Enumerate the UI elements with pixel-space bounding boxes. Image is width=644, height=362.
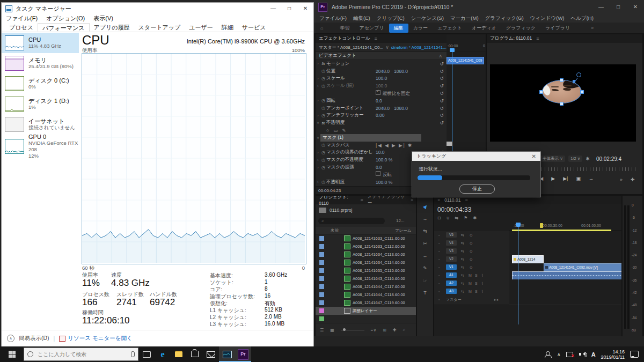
slip-tool[interactable]: ↔ [417,249,433,262]
project-item-row[interactable]: A008_12141633_C112.60.00 [316,242,416,250]
zoom-slider[interactable] [341,330,364,330]
transport-overflow-icon[interactable]: » [620,177,623,182]
premiere-titlebar[interactable]: Pr Adobe Premiere Pro CC 2019 - D:¥proje… [314,0,644,14]
master-track-lane[interactable] [509,295,621,305]
track-lock-icon[interactable]: ▫ [438,298,440,301]
solo-icon[interactable]: S [475,274,478,277]
tab-details[interactable]: 詳細 [217,23,238,32]
sync-lock-icon[interactable]: ⇆ [461,241,464,246]
stop-button[interactable]: 停止 [459,184,495,194]
sidebar-item-disk1[interactable]: ディスク 1 (D:)1% [2,94,79,114]
workspace-audio[interactable]: オーディオ [467,24,501,33]
chevron-down-icon[interactable]: ∨ [385,45,389,50]
stopwatch-icon[interactable]: ◷ [320,165,326,170]
chevron-icon[interactable]: › [316,151,320,154]
mini-playhead-grip[interactable] [450,48,455,52]
minimize-button[interactable]: — [265,3,281,14]
timeline-playhead-grip[interactable] [516,223,521,227]
mute-icon[interactable]: M [469,282,472,285]
tab-users[interactable]: ユーザー [185,23,217,32]
selection-tool[interactable]: ▶ [417,200,433,212]
step-backward-icon[interactable]: ◀ [385,143,390,148]
maximize-button[interactable]: □ [281,3,297,14]
volume-icon[interactable] [579,351,586,357]
workspace-editing[interactable]: 編集 [389,24,408,33]
project-file-name[interactable]: 0110.prproj [330,208,352,213]
menu-window[interactable]: ウィンドウ(W) [530,15,565,22]
icon-view-icon[interactable]: ▦ [330,328,334,333]
fx-icon[interactable]: fx [320,121,326,125]
reset-parameter-icon[interactable]: ↺ [440,61,444,67]
workspace-learning[interactable]: 学習 [335,24,354,33]
pen-mask-icon[interactable]: ✎ [342,128,346,133]
mask-tracking-settings-icon[interactable]: ✱ [408,143,413,148]
premiere-taskbar-button[interactable]: Pr [235,346,251,362]
project-item-row-partial[interactable] [316,315,416,323]
effect-controls-tab[interactable]: エフェクトコントロール [319,35,370,42]
stopwatch-icon[interactable]: ◷ [320,76,326,81]
reset-parameter-icon[interactable]: ↺ [440,98,444,104]
track-a3-chip[interactable]: A3 [446,289,457,294]
reset-parameter-icon[interactable]: ↺ [440,69,444,74]
new-bin-icon[interactable]: ⊞ [383,328,386,333]
panel-menu-icon[interactable]: ≡ [536,36,539,41]
program-duration-timecode[interactable]: 00:02:29:4 [596,156,621,162]
sync-lock-icon[interactable]: ⇆ [461,274,464,278]
type-tool[interactable]: T [417,286,433,299]
list-view-icon[interactable]: ☰ [320,328,324,333]
param-row-scale-width[interactable]: ›◷スケール (幅)100.0↺ [316,82,447,90]
mute-icon[interactable]: M [469,274,472,277]
track-lock-icon[interactable]: ▫ [438,274,440,277]
track-a2-lane[interactable] [509,279,621,288]
timeline-display-settings-icon[interactable]: ⊡ [437,216,441,220]
tab-performance[interactable]: パフォーマンス [38,23,90,32]
timeline-wrench-icon[interactable]: ✱ [473,216,477,220]
menu-graphics[interactable]: グラフィック(G) [485,15,524,22]
network-icon[interactable]: ✕ [566,351,574,357]
ripple-edit-tool[interactable]: ⇆ [417,225,433,237]
tab-startup[interactable]: スタートアップ [134,23,185,32]
reset-parameter-icon[interactable]: ↺ [440,106,444,111]
project-search-input[interactable]: ⌕ [318,218,385,224]
zoom-level-dropdown[interactable]: 全体表示 ∨ [540,156,565,162]
chevron-icon[interactable]: › [316,99,320,102]
search-input[interactable] [36,351,119,358]
effect-row-opacity[interactable]: ∨fx不透明度↺ [316,119,447,127]
panel-menu-icon[interactable]: ≡ [375,36,377,41]
project-item-row[interactable]: A008_12141635_C115.60.00 [316,267,416,275]
fx-icon[interactable]: fx [320,61,326,66]
close-button[interactable]: ✕ [297,3,313,14]
project-item-row[interactable]: A008_12141644_C117.60.00 [316,283,416,291]
reset-parameter-icon[interactable]: ↺ [440,113,444,118]
sync-lock-icon[interactable]: ⇆ [461,282,464,286]
sync-lock-icon[interactable]: ⇆ [461,265,464,270]
program-video-frame[interactable] [490,64,636,142]
home-icon[interactable]: ⌂ [320,25,323,31]
chevron-icon[interactable]: › [316,166,320,169]
workspace-color[interactable]: カラー [408,24,433,33]
menu-view[interactable]: 表示(V) [93,14,113,23]
add-marker-icon[interactable]: ⚑ [464,216,467,220]
track-v5-chip[interactable]: V5 [446,232,457,238]
timeline-timecode[interactable]: 00:00:04:33 [437,206,471,213]
track-lock-icon[interactable]: ▫ [438,249,440,253]
settings-wrench-icon[interactable]: ✱ [586,156,590,161]
panel-menu-icon[interactable]: ≡ [465,197,467,203]
reset-parameter-icon[interactable]: ↺ [440,120,444,125]
workspace-overflow-icon[interactable]: » [591,25,594,31]
project-item-row[interactable]: A008_12141647_C119.60.00 [316,299,416,307]
param-row-position[interactable]: ◷位置2048.01080.0↺ [316,68,447,75]
track-height-toggle-icon[interactable]: ▸◂ [494,298,498,302]
timeline-clip-v1[interactable]: A008_12141541_C092.mov [V] [544,263,621,272]
stopwatch-icon[interactable]: ◷ [320,150,326,155]
menu-marker[interactable]: マーカー(M) [450,15,479,22]
mask-handle-bottom[interactable] [560,102,564,106]
tab-app-history[interactable]: アプリの履歴 [90,23,134,32]
menu-sequence[interactable]: シーケンス(S) [411,15,444,22]
panel-overflow-icon[interactable]: » [411,197,416,203]
track-visibility-icon[interactable]: ⊙ [470,233,473,238]
start-button[interactable] [0,346,24,362]
track-a1-chip[interactable]: A1 [446,272,457,278]
chevron-icon[interactable]: › [316,180,320,184]
task-view-button[interactable] [138,346,155,362]
